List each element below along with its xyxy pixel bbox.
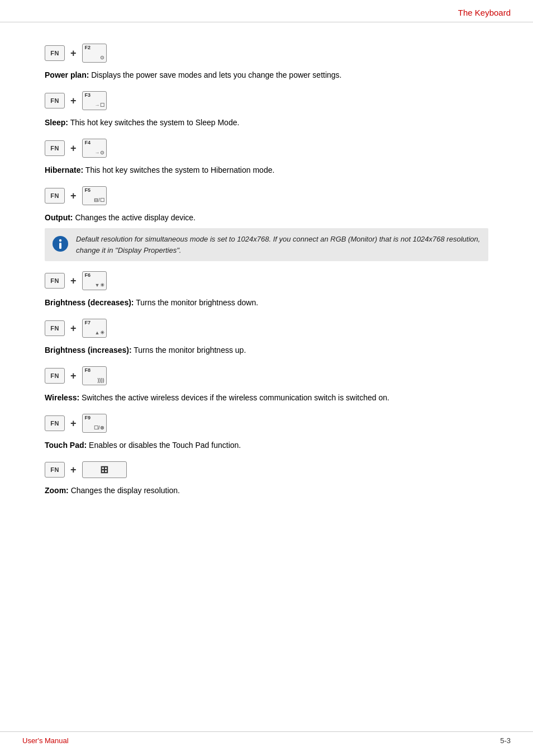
fn-key-wireless: FN: [45, 368, 65, 384]
page-footer: User's Manual 5-3: [0, 731, 533, 745]
hotkey-row-power-plan: FN + F2 ⊙: [45, 44, 488, 63]
fx-key-power-plan: F2 ⊙: [82, 44, 107, 63]
fx-key-touchpad: F9 ☐/⊗: [82, 414, 107, 433]
svg-rect-2: [59, 243, 61, 249]
hotkey-row-zoom: FN + ⊞: [45, 461, 488, 478]
key-combo-touchpad: FN + F9 ☐/⊗: [45, 414, 107, 433]
key-combo-wireless: FN + F8 )))): [45, 366, 107, 385]
desc-touchpad: Touch Pad: Enables or disables the Touch…: [45, 440, 488, 451]
fx-key-wireless: F8 )))): [82, 366, 107, 385]
desc-wireless: Wireless: Switches the active wireless d…: [45, 392, 488, 404]
desc-zoom: Zoom: Changes the display resolution.: [45, 485, 488, 497]
hotkey-row-brightness-up: FN + F7 ▲☀: [45, 319, 488, 338]
plus-sign-4: +: [70, 275, 77, 287]
key-combo-hibernate: FN + F4 →⊙: [45, 139, 107, 158]
info-icon: [51, 235, 69, 256]
plus-sign-5: +: [70, 323, 77, 334]
key-combo-sleep: FN + F3 →☐: [45, 91, 107, 110]
fn-key-zoom: FN: [45, 462, 65, 478]
key-combo-brightness-down: FN + F6 ▼☀: [45, 271, 107, 290]
key-combo-brightness-up: FN + F7 ▲☀: [45, 319, 107, 338]
header-title: The Keyboard: [458, 8, 511, 17]
fn-key-touchpad: FN: [45, 415, 65, 431]
desc-hibernate: Hibernate: This hot key switches the sys…: [45, 164, 488, 176]
hotkey-row-wireless: FN + F8 )))): [45, 366, 488, 385]
hotkey-row-brightness-down: FN + F6 ▼☀: [45, 271, 488, 290]
fx-key-output: F5 ⊟/☐: [82, 186, 107, 205]
plus-sign-7: +: [70, 418, 77, 429]
desc-output: Output: Changes the active display devic…: [45, 212, 488, 224]
fx-key-zoom: ⊞: [82, 461, 127, 478]
key-combo-zoom: FN + ⊞: [45, 461, 127, 478]
key-combo-output: FN + F5 ⊟/☐: [45, 186, 107, 205]
hotkey-row-hibernate: FN + F4 →⊙: [45, 139, 488, 158]
fx-key-brightness-down: F6 ▼☀: [82, 271, 107, 290]
key-combo-power-plan: FN + F2 ⊙: [45, 44, 107, 63]
fn-key-brightness-up: FN: [45, 320, 65, 336]
fx-key-hibernate: F4 →⊙: [82, 139, 107, 158]
page-header: The Keyboard: [0, 0, 533, 22]
info-text: Default resolution for simultaneous mode…: [76, 234, 482, 256]
plus-sign-8: +: [70, 464, 77, 476]
hotkey-row-touchpad: FN + F9 ☐/⊗: [45, 414, 488, 433]
fx-key-brightness-up: F7 ▲☀: [82, 319, 107, 338]
plus-sign-0: +: [70, 48, 77, 59]
info-box: Default resolution for simultaneous mode…: [45, 228, 488, 261]
plus-sign-2: +: [70, 143, 77, 154]
fn-key-brightness-down: FN: [45, 273, 65, 289]
plus-sign-1: +: [70, 95, 77, 107]
plus-sign-6: +: [70, 370, 77, 382]
desc-sleep: Sleep: This hot key switches the system …: [45, 117, 488, 129]
fn-key-sleep: FN: [45, 93, 65, 108]
fn-key-power-plan: FN: [45, 45, 65, 61]
content: FN + F2 ⊙ Power plan: Displays the power…: [0, 22, 533, 522]
hotkey-row-output: FN + F5 ⊟/☐: [45, 186, 488, 205]
fn-key-output: FN: [45, 188, 65, 204]
desc-brightness-up: Brightness (increases): Turns the monito…: [45, 344, 488, 356]
footer-manual-label: User's Manual: [22, 736, 69, 745]
hotkey-row-sleep: FN + F3 →☐: [45, 91, 488, 110]
desc-power-plan: Power plan: Displays the power save mode…: [45, 69, 488, 81]
desc-brightness-down: Brightness (decreases): Turns the monito…: [45, 297, 488, 309]
fx-key-sleep: F3 →☐: [82, 91, 107, 110]
zoom-icon: ⊞: [100, 464, 108, 476]
plus-sign-3: +: [70, 190, 77, 202]
fn-key-hibernate: FN: [45, 140, 65, 156]
svg-point-1: [59, 239, 61, 242]
footer-page-number: 5-3: [500, 736, 511, 745]
